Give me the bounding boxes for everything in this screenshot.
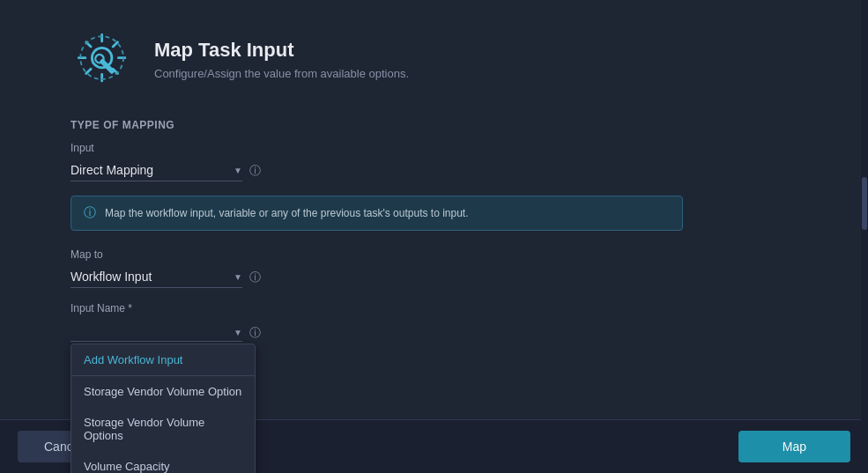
input-name-label: Input Name *	[70, 302, 798, 314]
type-of-mapping-label: Type of Mapping	[70, 119, 798, 131]
scrollbar-thumb	[862, 177, 867, 230]
map-to-value: Workflow Input	[70, 270, 152, 284]
input-name-select-wrapper: ▼ ⓘ	[70, 324, 261, 342]
info-banner: ⓘ Map the workflow input, variable or an…	[70, 196, 683, 231]
svg-line-8	[86, 69, 91, 73]
chevron-down-icon-2: ▼	[234, 272, 242, 282]
type-of-mapping-group: Type of Mapping Input Direct Mapping ▼ ⓘ…	[70, 119, 798, 342]
add-workflow-input-item[interactable]: Add Workflow Input	[71, 344, 255, 376]
scrollbar[interactable]	[861, 0, 868, 473]
header: Map Task Input Configure/Assign the valu…	[70, 26, 798, 92]
page-title: Map Task Input	[154, 39, 409, 62]
map-to-label: Map to	[70, 248, 798, 261]
map-to-select-wrapper: Workflow Input ▼ ⓘ	[70, 266, 261, 288]
input-select-wrapper: Direct Mapping ▼ ⓘ	[70, 159, 261, 181]
input-name-select[interactable]: ▼	[70, 324, 242, 342]
gear-icon	[70, 26, 137, 92]
dropdown-item-3[interactable]: Volume Capacity	[71, 451, 255, 474]
svg-rect-9	[99, 58, 115, 75]
input-select[interactable]: Direct Mapping ▼	[70, 159, 242, 181]
input-name-container: ▼ ⓘ Add Workflow Input Storage Vendor Vo…	[70, 320, 261, 342]
input-field-label: Input	[70, 142, 798, 154]
map-to-select[interactable]: Workflow Input ▼	[70, 266, 242, 288]
info-banner-text: Map the workflow input, variable or any …	[105, 207, 469, 219]
map-to-info-icon[interactable]: ⓘ	[249, 270, 261, 285]
page-subtitle: Configure/Assign the value from availabl…	[154, 67, 409, 80]
map-button[interactable]: Map	[738, 431, 850, 462]
input-name-dropdown: Add Workflow Input Storage Vendor Volume…	[70, 344, 256, 474]
map-to-field-group: Map to Workflow Input ▼ ⓘ	[70, 248, 798, 288]
input-name-info-icon[interactable]: ⓘ	[249, 325, 261, 341]
input-name-field-group: Input Name * ▼ ⓘ Add Workflow Input	[70, 302, 798, 342]
input-select-value: Direct Mapping	[70, 163, 153, 177]
main-container: Map Task Input Configure/Assign the valu…	[0, 0, 868, 473]
content-area: Map Task Input Configure/Assign the valu…	[0, 0, 868, 473]
chevron-down-icon: ▼	[234, 166, 242, 175]
input-field-group: Input Direct Mapping ▼ ⓘ	[70, 142, 798, 181]
header-text: Map Task Input Configure/Assign the valu…	[154, 39, 409, 80]
svg-line-7	[113, 42, 117, 47]
dropdown-item-2[interactable]: Storage Vendor Volume Options	[71, 407, 255, 451]
chevron-down-icon-3: ▼	[234, 328, 242, 337]
dropdown-item-1[interactable]: Storage Vendor Volume Option	[71, 376, 255, 407]
input-info-icon[interactable]: ⓘ	[249, 163, 261, 179]
info-banner-icon: ⓘ	[84, 205, 96, 221]
